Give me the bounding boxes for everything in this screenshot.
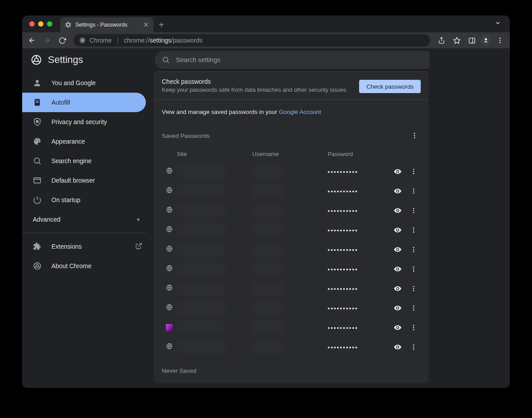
password-masked: ••••••••••: [328, 265, 391, 273]
svg-point-83: [413, 327, 415, 328]
svg-point-40: [414, 135, 415, 137]
globe-icon: [166, 343, 173, 352]
password-site: [177, 262, 252, 276]
svg-point-25: [39, 141, 39, 141]
svg-point-74: [413, 286, 415, 287]
password-row[interactable]: ••••••••••: [154, 240, 429, 259]
sidebar-item-autofill[interactable]: Autofill: [22, 93, 146, 112]
svg-point-71: [413, 270, 415, 272]
tab-title: Settings - Passwords: [75, 22, 127, 28]
browser-tab[interactable]: Settings - Passwords ✕: [60, 17, 153, 32]
show-password-button[interactable]: [391, 281, 405, 296]
show-password-button[interactable]: [391, 184, 405, 198]
svg-point-65: [413, 249, 415, 250]
show-password-button[interactable]: [391, 164, 405, 179]
password-row-more-button[interactable]: [407, 320, 421, 335]
minimize-window-button[interactable]: [38, 21, 43, 27]
forward-button[interactable]: [41, 34, 53, 47]
svg-rect-21: [36, 102, 39, 103]
password-masked: ••••••••••: [328, 246, 391, 254]
search-settings-box[interactable]: [155, 51, 430, 69]
password-row-more-button[interactable]: [407, 281, 421, 296]
show-password-button[interactable]: [391, 242, 405, 257]
password-row[interactable]: ••••••••••: [154, 220, 429, 240]
password-row[interactable]: ••••••••••: [154, 259, 429, 279]
show-password-button[interactable]: [391, 320, 405, 335]
sidebar-item-label: Default browser: [51, 177, 95, 184]
password-row[interactable]: ••••••••••: [154, 201, 429, 220]
bookmark-button[interactable]: [450, 34, 463, 47]
shield-icon: [33, 117, 42, 126]
globe-icon: [166, 265, 173, 273]
new-tab-button[interactable]: +: [153, 17, 169, 32]
close-window-button[interactable]: [29, 21, 35, 27]
svg-point-61: [413, 231, 415, 233]
sidebar-item-about-chrome[interactable]: About Chrome: [22, 256, 146, 276]
palette-icon: [33, 137, 42, 146]
password-masked: ••••••••••: [328, 226, 391, 234]
check-passwords-button[interactable]: Check passwords: [359, 80, 421, 93]
password-username: [252, 223, 328, 237]
show-password-button[interactable]: [391, 223, 405, 237]
svg-line-27: [39, 163, 41, 164]
show-password-button[interactable]: [391, 203, 405, 218]
svg-point-33: [36, 265, 39, 267]
sidebar-item-on-startup[interactable]: On startup: [22, 190, 146, 210]
password-row-more-button[interactable]: [407, 242, 421, 257]
password-row-more-button[interactable]: [407, 164, 421, 179]
sidebar-item-label: About Chrome: [51, 262, 91, 270]
never-saved-title: Never Saved: [154, 357, 429, 383]
back-button[interactable]: [26, 34, 38, 47]
globe-icon: [166, 187, 173, 195]
password-row[interactable]: ••••••••••: [154, 279, 429, 298]
google-account-link[interactable]: Google Account: [279, 109, 321, 115]
password-row[interactable]: ••••••••••: [154, 337, 429, 357]
password-row-more-button[interactable]: [407, 184, 421, 198]
password-row-more-button[interactable]: [407, 262, 421, 276]
sidebar-item-search-engine[interactable]: Search engine: [22, 151, 146, 171]
svg-point-64: [413, 247, 415, 248]
svg-point-45: [413, 171, 415, 172]
main-scroll[interactable]: Check passwords Keep your passwords safe…: [154, 71, 510, 388]
password-row-more-button[interactable]: [407, 203, 421, 218]
close-tab-icon[interactable]: ✕: [143, 21, 149, 29]
advanced-toggle[interactable]: Advanced ▼: [22, 210, 154, 229]
address-bar[interactable]: Chrome | chrome://settings/passwords: [74, 34, 430, 47]
svg-point-81: [413, 309, 415, 311]
password-masked: ••••••••••: [328, 187, 391, 195]
show-password-button[interactable]: [391, 262, 405, 276]
browser-menu-button[interactable]: [494, 34, 506, 47]
password-row[interactable]: ••••••••••: [154, 318, 429, 337]
saved-passwords-header: Saved Passwords: [154, 124, 429, 145]
password-row-more-button[interactable]: [407, 340, 421, 354]
svg-point-88: [413, 347, 415, 348]
sidebar-item-appearance[interactable]: Appearance: [22, 132, 146, 151]
side-panel-button[interactable]: [466, 34, 478, 47]
tabs-dropdown-button[interactable]: [490, 20, 505, 28]
show-password-button[interactable]: [391, 301, 405, 315]
profile-avatar[interactable]: [481, 35, 491, 46]
search-wrap: [154, 48, 510, 71]
sidebar-item-privacy-and-security[interactable]: Privacy and security: [22, 112, 146, 132]
svg-point-11: [500, 40, 501, 41]
sidebar-item-default-browser[interactable]: Default browser: [22, 171, 146, 190]
password-row-more-button[interactable]: [407, 301, 421, 315]
site-favicon: [166, 324, 173, 331]
password-row[interactable]: ••••••••••: [154, 162, 429, 181]
search-settings-input[interactable]: [176, 56, 422, 63]
share-button[interactable]: [435, 34, 448, 47]
reload-button[interactable]: [56, 34, 68, 47]
show-password-button[interactable]: [391, 340, 405, 354]
svg-point-46: [413, 173, 415, 174]
saved-passwords-more-button[interactable]: [408, 129, 421, 142]
password-row[interactable]: ••••••••••: [154, 298, 429, 318]
svg-point-26: [34, 158, 39, 163]
sidebar-item-extensions[interactable]: Extensions: [22, 237, 146, 256]
col-password-header: Password: [328, 151, 421, 157]
check-passwords-subtitle: Keep your passwords safe from data breac…: [162, 86, 359, 93]
password-row-more-button[interactable]: [407, 223, 421, 237]
password-row[interactable]: ••••••••••: [154, 181, 429, 201]
svg-line-38: [167, 61, 168, 63]
maximize-window-button[interactable]: [47, 21, 52, 27]
sidebar-item-you-and-google[interactable]: You and Google: [22, 73, 146, 93]
